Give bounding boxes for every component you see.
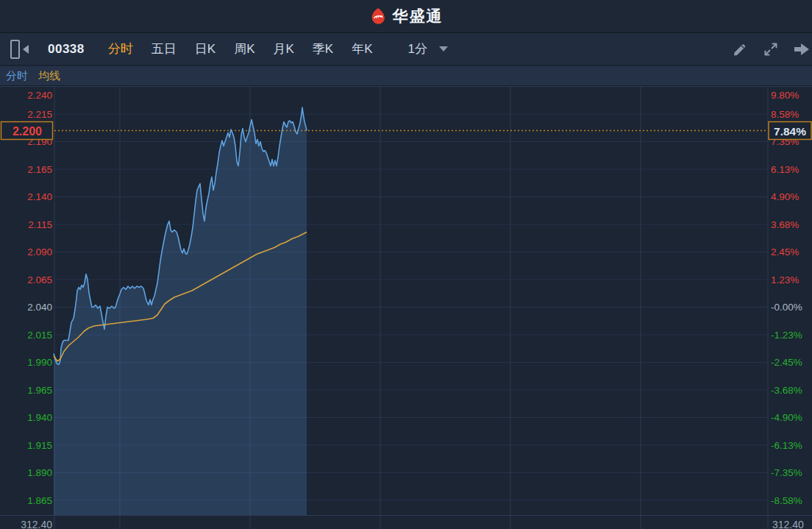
price-tick-label: 1.890 [27, 467, 52, 478]
pct-tick-label: 1.23% [771, 274, 799, 285]
chart-area[interactable]: 2.2402.2152.1902.1652.1402.1152.0902.065… [0, 86, 812, 529]
price-tick-label: 2.115 [28, 219, 52, 230]
fullscreen-icon[interactable] [762, 40, 780, 58]
current-price-label: 2.200 [1, 122, 53, 140]
legend-item-1: 均线 [38, 69, 60, 83]
huasheng-trading-window: 华盛通 00338 分时五日日K周K月K季K年K 1分 [0, 0, 812, 529]
interval-label: 1分 [408, 40, 427, 57]
pct-tick-label: -2.45% [771, 357, 802, 368]
pct-tick-label: 6.13% [771, 164, 799, 175]
pct-tick-label: 8.58% [771, 109, 799, 120]
price-tick-label: 2.090 [27, 246, 52, 258]
indicator-legend: 分时均线 [0, 66, 812, 86]
pencil-icon[interactable] [731, 40, 749, 58]
pct-tick-label: 4.90% [771, 191, 799, 202]
pct-tick-label: 9.80% [771, 90, 799, 101]
price-tick-label: 2.015 [27, 330, 52, 341]
chevron-down-icon [439, 46, 448, 56]
price-tick-label: 2.040 [27, 302, 52, 313]
price-tick-label: 1.915 [27, 440, 52, 451]
tab-fenshi[interactable]: 分时 [105, 39, 136, 59]
tab-five-day[interactable]: 五日 [149, 39, 179, 59]
tab-week-k[interactable]: 周K [231, 39, 257, 59]
pct-tick-label: -8.58% [771, 495, 802, 506]
app-title: 华盛通 [393, 6, 444, 26]
price-tick-label: 2.165 [27, 164, 52, 175]
price-tick-label: 2.215 [27, 109, 52, 120]
pct-tick-label: 2.45% [771, 246, 799, 258]
volume-scale-left: 312.40 [21, 519, 52, 529]
price-tick-label: 1.865 [27, 495, 52, 506]
svg-text:7.84%: 7.84% [774, 125, 806, 138]
pct-tick-label: -3.68% [771, 385, 802, 396]
pct-tick-label: -4.90% [771, 412, 802, 423]
svg-text:2.200: 2.200 [13, 125, 42, 138]
huasheng-logo-icon [369, 7, 387, 25]
price-area-fill [54, 107, 307, 515]
app-header: 华盛通 [0, 0, 812, 33]
minute-chart[interactable]: 2.2402.2152.1902.1652.1402.1152.0902.065… [0, 86, 812, 529]
price-tick-label: 2.240 [27, 90, 52, 101]
interval-dropdown[interactable]: 1分 [408, 40, 448, 57]
collapse-panel-icon[interactable] [10, 40, 29, 59]
toolbar-right-icons [731, 40, 802, 58]
price-tick-label: 2.140 [27, 191, 52, 202]
tab-year-k[interactable]: 年K [349, 39, 375, 59]
pct-tick-label: -1.23% [771, 330, 802, 341]
price-tick-label: 2.065 [27, 274, 52, 285]
price-tick-label: 1.990 [27, 357, 52, 368]
tab-month-k[interactable]: 月K [270, 39, 296, 59]
pct-tick-label: -0.00% [771, 302, 802, 313]
price-tick-label: 1.940 [27, 412, 52, 423]
arrow-right-icon[interactable] [793, 40, 811, 58]
tab-quarter-k[interactable]: 季K [310, 39, 336, 59]
chart-toolbar: 00338 分时五日日K周K月K季K年K 1分 [0, 33, 812, 65]
tab-day-k[interactable]: 日K [192, 39, 218, 59]
price-tick-label: 1.965 [27, 385, 52, 396]
collapse-arrow [23, 45, 29, 54]
period-tabs: 分时五日日K周K月K季K年K [105, 39, 376, 59]
volume-scale-right: 312.40 [772, 519, 804, 529]
pct-tick-label: -7.35% [771, 467, 802, 478]
stock-code: 00338 [48, 42, 85, 57]
pct-tick-label: -6.13% [771, 440, 802, 451]
legend-item-0: 分时 [6, 69, 28, 83]
collapse-rect [10, 40, 20, 59]
pct-tick-label: 3.68% [771, 219, 799, 230]
current-pct-label: 7.84% [769, 122, 811, 140]
